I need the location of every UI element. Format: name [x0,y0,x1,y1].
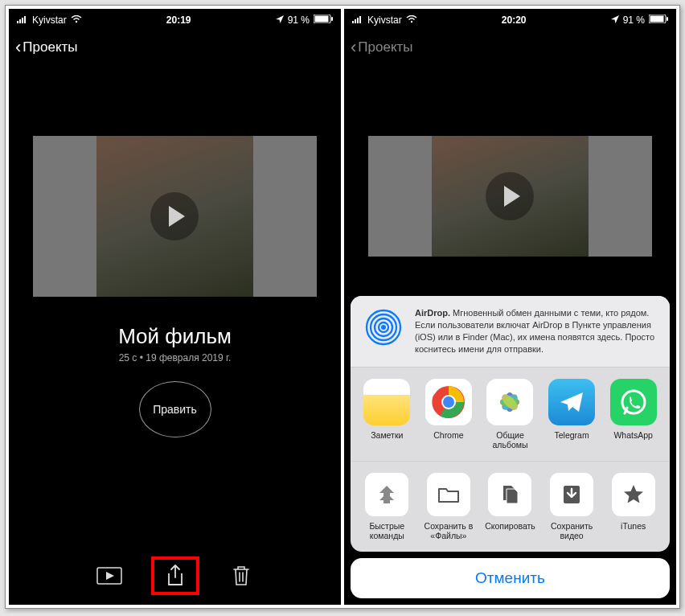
action-itunes[interactable]: iTunes [606,473,660,540]
clock: 20:20 [502,14,527,26]
wifi-icon [406,14,417,26]
shortcuts-icon [365,473,408,516]
play-preview-button[interactable] [95,565,124,587]
share-button-highlight [151,556,199,595]
svg-rect-12 [359,16,361,23]
bottom-toolbar [9,561,341,590]
nav-bar: ‹ Проекты [344,31,676,64]
share-app-chrome[interactable]: Chrome [422,379,476,450]
clock: 20:19 [166,14,191,26]
back-label[interactable]: Проекты [358,39,412,55]
share-app-shared-albums[interactable]: Общие альбомы [483,379,537,450]
share-sheet: AirDrop. Мгновенный обмен данными с теми… [344,290,676,605]
battery-pct: 91 % [623,14,645,26]
svg-rect-2 [22,18,23,23]
folder-icon [427,473,470,516]
delete-button[interactable] [227,565,256,587]
svg-point-21 [381,325,386,330]
location-icon [611,14,619,26]
wifi-icon [71,14,82,26]
carrier-label: Kyivstar [32,14,67,26]
project-subtitle: 25 с • 19 февраля 2019 г. [9,352,341,363]
signal-icon [17,14,28,26]
video-preview[interactable] [33,136,317,297]
screenshot-right: Kyivstar 20:20 91 % ‹ Проекты [344,9,676,605]
project-title: Мой фильм [9,324,341,349]
signal-icon [352,14,363,26]
cancel-button[interactable]: Отменить [351,558,670,598]
share-app-notes[interactable]: Заметки [360,379,414,450]
notes-icon [363,379,410,425]
video-preview [368,136,652,257]
airdrop-icon [363,307,404,347]
svg-rect-15 [650,16,664,23]
airdrop-row[interactable]: AirDrop. Мгновенный обмен данными с теми… [351,296,670,367]
nav-bar: ‹ Проекты [9,31,341,64]
svg-rect-11 [357,18,359,23]
svg-rect-10 [355,19,356,23]
svg-point-25 [443,396,454,408]
back-label[interactable]: Проекты [23,39,77,55]
svg-rect-6 [315,16,329,23]
telegram-icon [548,379,595,425]
svg-point-13 [410,21,412,23]
download-icon [550,473,593,516]
video-thumbnail [96,136,252,297]
play-button[interactable] [150,192,199,240]
status-bar: Kyivstar 20:19 91 % [9,9,341,31]
star-icon [612,473,655,516]
photos-icon [486,379,533,425]
location-icon [276,14,284,26]
status-bar: Kyivstar 20:20 91 % [344,9,676,31]
play-button[interactable] [486,172,534,220]
action-save-video[interactable]: Сохранить видео [545,473,599,540]
share-app-whatsapp[interactable]: WhatsApp [606,379,660,450]
action-shortcuts[interactable]: Быстрые команды [360,473,414,540]
screenshot-left: Kyivstar 20:19 91 % ‹ Проекты [9,9,341,605]
action-save-to-files[interactable]: Сохранить в «Файлы» [422,473,476,540]
svg-point-4 [75,21,76,23]
carrier-label: Kyivstar [367,14,402,26]
battery-icon [649,14,668,26]
svg-rect-16 [667,17,668,21]
svg-rect-7 [331,17,333,21]
svg-rect-3 [24,16,26,23]
share-apps-row: Заметки Chrome [351,368,670,462]
edit-button[interactable]: Править [139,381,211,437]
battery-icon [314,14,333,26]
action-copy[interactable]: Скопировать [483,473,537,540]
back-icon[interactable]: ‹ [351,39,356,56]
airdrop-description: AirDrop. Мгновенный обмен данными с теми… [415,307,657,355]
svg-rect-9 [352,21,354,23]
svg-rect-1 [19,19,21,23]
battery-pct: 91 % [288,14,310,26]
back-icon[interactable]: ‹ [15,39,21,56]
svg-rect-0 [17,21,18,23]
whatsapp-icon [610,379,657,425]
copy-icon [488,473,531,516]
share-actions-row: Быстрые команды Сохранить в «Файлы» Скоп… [351,462,670,552]
video-thumbnail [432,136,588,257]
share-button[interactable] [161,565,190,587]
chrome-icon [425,379,472,425]
share-app-telegram[interactable]: Telegram [545,379,599,450]
